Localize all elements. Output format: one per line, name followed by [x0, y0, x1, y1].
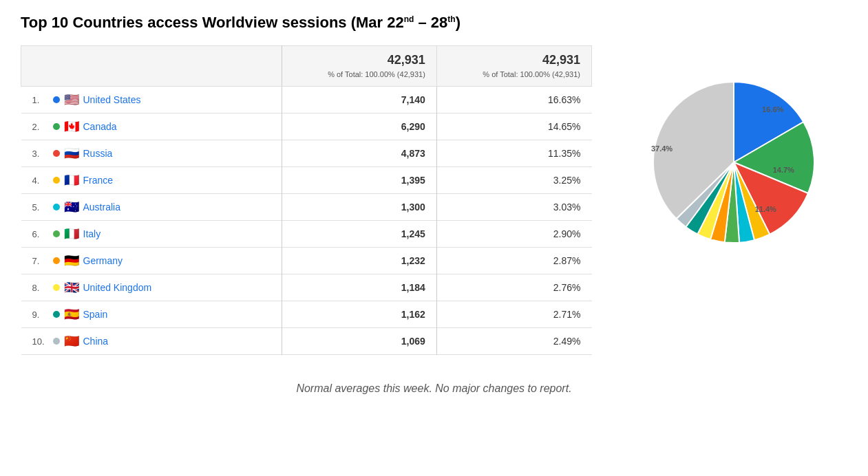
table-row: 7. 🇩🇪 Germany 1,2322.87%	[21, 248, 592, 274]
rank-2: 2.	[32, 122, 49, 132]
table-row: 5. 🇦🇺 Australia 1,3003.03%	[21, 194, 592, 221]
col-country-header	[21, 46, 282, 87]
color-indicator-3	[53, 150, 60, 157]
sessions-value-3: 4,873	[282, 140, 436, 167]
flag-5: 🇦🇺	[64, 201, 79, 213]
total-sessions-1: 42,931	[293, 53, 425, 67]
country-link-10[interactable]: China	[83, 336, 109, 347]
table-row: 6. 🇮🇹 Italy 1,2452.90%	[21, 221, 592, 248]
color-indicator-7	[53, 257, 60, 264]
country-link-3[interactable]: Russia	[83, 148, 113, 159]
rank-3: 3.	[32, 149, 49, 159]
sessions-value-4: 1,395	[282, 167, 436, 194]
country-link-8[interactable]: United Kingdom	[83, 282, 152, 293]
table-row: 1. 🇺🇸 United States 7,14016.63%	[21, 87, 592, 113]
flag-10: 🇨🇳	[64, 335, 79, 347]
country-link-2[interactable]: Canada	[83, 121, 117, 132]
pie-chart-section: 16.6% 14.7% 11.4% 37.4%	[620, 45, 847, 252]
page-title: Top 10 Countries access Worldview sessio…	[21, 14, 847, 32]
flag-4: 🇫🇷	[64, 174, 79, 186]
rank-6: 6.	[32, 229, 49, 239]
color-indicator-8	[53, 284, 60, 291]
data-table: 42,931 % of Total: 100.00% (42,931) 42,9…	[21, 45, 592, 355]
sessions-value-5: 1,300	[282, 194, 436, 221]
table-row: 9. 🇪🇸 Spain 1,1622.71%	[21, 301, 592, 328]
flag-9: 🇪🇸	[64, 308, 79, 321]
pct-value-2: 14.65%	[436, 113, 591, 140]
pct-value-7: 2.87%	[436, 248, 591, 274]
color-indicator-5	[53, 204, 60, 210]
country-link-5[interactable]: Australia	[83, 202, 120, 213]
table-row: 10. 🇨🇳 China 1,0692.49%	[21, 328, 592, 355]
sessions-value-10: 1,069	[282, 328, 436, 355]
col-pct-header: 42,931 % of Total: 100.00% (42,931)	[436, 46, 591, 87]
rank-1: 1.	[32, 95, 49, 105]
rank-10: 10.	[32, 336, 49, 347]
rank-4: 4.	[32, 175, 49, 186]
flag-8: 🇬🇧	[64, 281, 79, 294]
table-row: 2. 🇨🇦 Canada 6,29014.65%	[21, 113, 592, 140]
pct-value-1: 16.63%	[436, 87, 591, 113]
rank-7: 7.	[32, 256, 49, 266]
flag-2: 🇨🇦	[64, 120, 79, 133]
sessions-value-6: 1,245	[282, 221, 436, 248]
color-indicator-2	[53, 123, 60, 130]
rank-9: 9.	[32, 310, 49, 320]
sessions-value-7: 1,232	[282, 248, 436, 274]
pct-value-8: 2.76%	[436, 274, 591, 301]
pct-value-5: 3.03%	[436, 194, 591, 221]
pie-label-11: 11.4%	[755, 205, 776, 213]
rank-5: 5.	[32, 202, 49, 213]
flag-1: 🇺🇸	[64, 94, 79, 106]
total-sessions-1-sub: % of Total: 100.00% (42,931)	[328, 70, 425, 78]
footer-note: Normal averages this week. No major chan…	[21, 382, 847, 395]
table-row: 3. 🇷🇺 Russia 4,87311.35%	[21, 140, 592, 167]
table-row: 8. 🇬🇧 United Kingdom 1,1842.76%	[21, 274, 592, 301]
pie-label-16: 16.6%	[762, 105, 783, 113]
flag-3: 🇷🇺	[64, 147, 79, 160]
color-indicator-6	[53, 230, 60, 237]
flag-6: 🇮🇹	[64, 228, 79, 240]
country-link-6[interactable]: Italy	[83, 228, 101, 239]
col-sessions-header: 42,931 % of Total: 100.00% (42,931)	[282, 46, 436, 87]
total-sessions-2: 42,931	[448, 53, 580, 67]
color-indicator-10	[53, 338, 60, 345]
pie-svg	[644, 73, 823, 252]
pie-label-37: 37.4%	[651, 144, 673, 153]
pie-chart: 16.6% 14.7% 11.4% 37.4%	[644, 73, 823, 252]
pct-value-6: 2.90%	[436, 221, 591, 248]
pct-value-9: 2.71%	[436, 301, 591, 328]
rank-8: 8.	[32, 283, 49, 293]
table-row: 4. 🇫🇷 France 1,3953.25%	[21, 167, 592, 194]
pct-value-3: 11.35%	[436, 140, 591, 167]
sessions-value-9: 1,162	[282, 301, 436, 328]
country-link-1[interactable]: United States	[83, 94, 141, 105]
country-link-7[interactable]: Germany	[83, 255, 123, 266]
flag-7: 🇩🇪	[64, 255, 79, 267]
country-link-4[interactable]: France	[83, 175, 114, 186]
country-link-9[interactable]: Spain	[83, 309, 108, 320]
pct-value-10: 2.49%	[436, 328, 591, 355]
color-indicator-1	[53, 96, 60, 103]
pie-label-14: 14.7%	[773, 166, 794, 174]
total-sessions-2-sub: % of Total: 100.00% (42,931)	[483, 70, 580, 78]
color-indicator-4	[53, 177, 60, 184]
color-indicator-9	[53, 311, 60, 318]
pct-value-4: 3.25%	[436, 167, 591, 194]
sessions-value-2: 6,290	[282, 113, 436, 140]
sessions-value-8: 1,184	[282, 274, 436, 301]
sessions-value-1: 7,140	[282, 87, 436, 113]
